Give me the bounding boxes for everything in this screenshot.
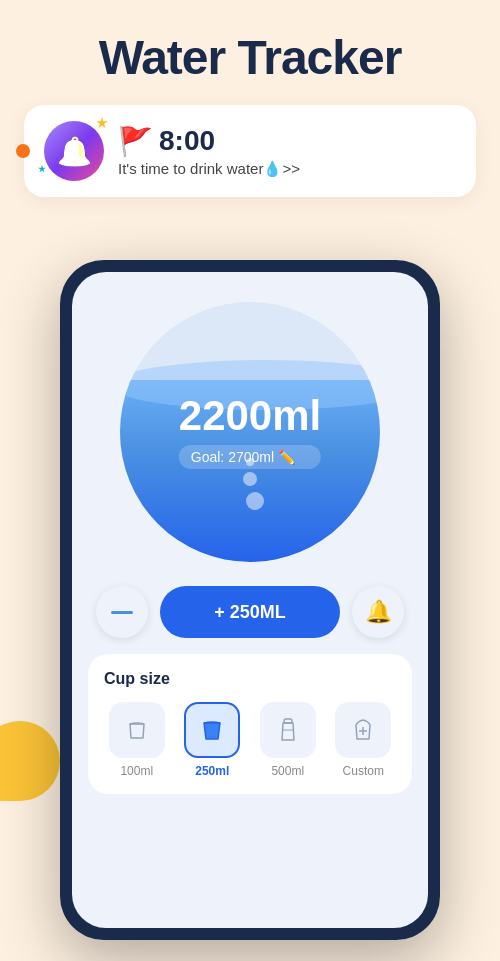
cup-icon-100ml: [109, 702, 165, 758]
cup-option-250ml[interactable]: 250ml: [180, 702, 246, 778]
cup-option-custom[interactable]: Custom: [331, 702, 397, 778]
time-value: 8:00: [159, 125, 215, 157]
cup-icon-250ml: [184, 702, 240, 758]
phone-screen: 2200ml Goal: 2700ml ✏️ + 250ML 🔔 Cup s: [72, 272, 428, 928]
cup-icon-500ml: [260, 702, 316, 758]
cup-label-100ml: 100ml: [120, 764, 153, 778]
bottle-500ml-icon: [274, 716, 302, 744]
sparkle-yellow-icon: [96, 117, 108, 129]
controls-row: + 250ML 🔔: [88, 586, 412, 638]
cup-size-title: Cup size: [104, 670, 396, 688]
water-text: 2200ml Goal: 2700ml ✏️: [179, 395, 321, 469]
add-button-label: + 250ML: [214, 602, 286, 623]
bubble-medium: [243, 472, 257, 486]
cup-option-500ml[interactable]: 500ml: [255, 702, 321, 778]
yellow-blob-decoration: [0, 721, 60, 801]
notification-text: 🚩 8:00 It's time to drink water💧>>: [118, 125, 300, 178]
cup-label-custom: Custom: [343, 764, 384, 778]
cup-icon-custom: [335, 702, 391, 758]
notification-message: It's time to drink water💧>>: [118, 160, 300, 178]
water-goal: Goal: 2700ml ✏️: [179, 445, 321, 469]
custom-cup-icon: [349, 716, 377, 744]
add-water-button[interactable]: + 250ML: [160, 586, 340, 638]
cup-label-250ml: 250ml: [195, 764, 229, 778]
cup-label-500ml: 500ml: [271, 764, 304, 778]
cup-option-100ml[interactable]: 100ml: [104, 702, 170, 778]
water-circle[interactable]: 2200ml Goal: 2700ml ✏️: [120, 302, 380, 562]
sparkle-teal-icon: [38, 165, 46, 173]
minus-button[interactable]: [96, 586, 148, 638]
cup-options: 100ml 250ml: [104, 702, 396, 778]
orange-dot-decoration: [16, 144, 30, 158]
page-title: Water Tracker: [0, 0, 500, 85]
cup-100ml-icon: [123, 716, 151, 744]
minus-icon: [111, 611, 133, 614]
notification-card[interactable]: 🔔 🚩 8:00 It's time to drink water💧>>: [24, 105, 476, 197]
cup-250ml-icon: [198, 716, 226, 744]
water-amount: 2200ml: [179, 395, 321, 437]
bubble-large: [246, 492, 264, 510]
notification-time: 🚩 8:00: [118, 125, 300, 158]
phone-mockup: 2200ml Goal: 2700ml ✏️ + 250ML 🔔 Cup s: [60, 260, 440, 940]
bell-button-icon: 🔔: [365, 599, 392, 625]
flag-icon: 🚩: [118, 125, 153, 158]
bell-decoration-icon: 🔔: [57, 135, 92, 168]
reminder-bell-button[interactable]: 🔔: [352, 586, 404, 638]
notification-icon: 🔔: [44, 121, 104, 181]
cup-size-section: Cup size 100ml: [88, 654, 412, 794]
